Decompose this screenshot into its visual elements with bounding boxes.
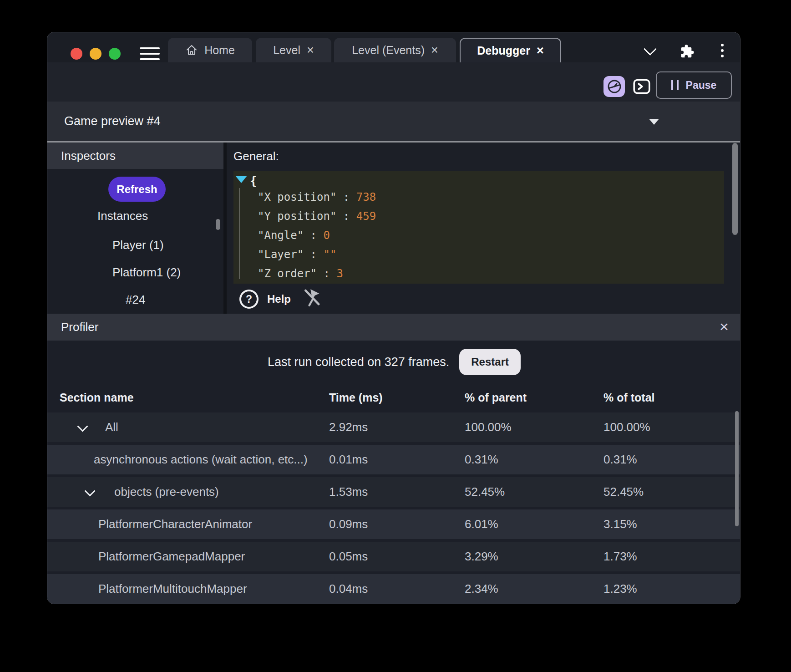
help-link[interactable]: Help: [267, 292, 291, 306]
restart-button[interactable]: Restart: [459, 349, 521, 375]
unpin-icon[interactable]: [302, 287, 321, 307]
row-name: All: [105, 412, 118, 442]
row-pct-parent: 0.31%: [465, 445, 498, 474]
row-pct-parent: 52.45%: [465, 477, 505, 507]
collapse-triangle-icon[interactable]: [235, 176, 247, 183]
tab-label: Level (Events): [352, 44, 425, 57]
console-icon: [633, 79, 650, 94]
tab-debugger[interactable]: Debugger ×: [460, 38, 561, 62]
tab-label: Level: [273, 44, 300, 57]
table-row-objects-pre-events[interactable]: objects (pre-events) 1.53ms 52.45% 52.45…: [47, 477, 740, 507]
row-pct-parent: 100.00%: [465, 412, 512, 442]
home-icon: [185, 44, 198, 56]
row-pct-total: 1.73%: [603, 542, 637, 571]
row-pct-parent: 6.01%: [465, 509, 498, 539]
profiler-panel-header: Profiler: [47, 314, 740, 341]
json-line-layer: "Layer" : "": [258, 245, 376, 264]
tab-label: Home: [204, 44, 235, 57]
profiler-status-row: Last run collected on 327 frames. Restar…: [47, 348, 740, 376]
profiler-title: Profiler: [61, 320, 98, 334]
profiler-status-text: Last run collected on 327 frames.: [268, 355, 449, 369]
row-pct-parent: 3.29%: [465, 542, 498, 571]
expand-chevron-icon[interactable]: [77, 421, 88, 432]
row-name: objects (pre-events): [114, 477, 219, 507]
row-pct-total: 52.45%: [603, 477, 644, 507]
row-pct-total: 0.31%: [603, 445, 637, 474]
table-row-gamepad-mapper[interactable]: PlatformerGamepadMapper 0.05ms 3.29% 1.7…: [47, 542, 740, 571]
tab-level-events[interactable]: Level (Events) ×: [334, 38, 456, 62]
pause-button-label: Pause: [686, 79, 717, 92]
json-open-brace: {: [250, 173, 257, 188]
tree-item-platform1[interactable]: Platform1 (2): [112, 265, 181, 280]
close-window-button[interactable]: [71, 48, 82, 60]
question-mark-glyph: ?: [246, 293, 252, 305]
tree-item-24[interactable]: #24: [126, 292, 145, 307]
kebab-menu-icon[interactable]: [721, 44, 724, 60]
game-preview-title: Game preview #4: [64, 102, 161, 141]
game-preview-header: Game preview #4: [47, 102, 740, 143]
indent-guide: [239, 188, 240, 279]
row-time: 0.04ms: [329, 574, 368, 604]
row-time: 1.53ms: [329, 477, 368, 507]
row-time: 0.01ms: [329, 445, 368, 474]
column-pct-total: % of total: [603, 385, 655, 410]
instance-properties-json: { "X position" : 738 "Y position" : 459 …: [233, 171, 724, 284]
row-time: 0.09ms: [329, 509, 368, 539]
expand-chevron-icon[interactable]: [84, 485, 95, 496]
menu-icon[interactable]: [140, 47, 160, 61]
help-icon[interactable]: ?: [239, 290, 259, 309]
tab-level[interactable]: Level ×: [256, 38, 331, 62]
json-line-x-position: "X position" : 738: [258, 188, 376, 207]
row-name: PlatformerCharacterAnimator: [98, 509, 252, 539]
pause-button[interactable]: Pause: [656, 71, 732, 99]
pause-icon: [671, 80, 679, 90]
json-lines: "X position" : 738 "Y position" : 459 "A…: [258, 188, 376, 283]
table-row-character-animator[interactable]: PlatformerCharacterAnimator 0.09ms 6.01%…: [47, 509, 740, 539]
minimize-window-button[interactable]: [90, 48, 101, 60]
console-button[interactable]: [633, 79, 650, 94]
extensions-puzzle-icon[interactable]: [680, 44, 695, 61]
row-pct-total: 1.23%: [603, 574, 637, 604]
table-row-async-actions[interactable]: asynchronous actions (wait action, etc..…: [47, 445, 740, 474]
profiler-close-icon[interactable]: ×: [713, 314, 735, 341]
general-section-title: General:: [233, 149, 279, 163]
json-line-y-position: "Y position" : 459: [258, 207, 376, 226]
refresh-button[interactable]: Refresh: [108, 177, 166, 202]
inspectors-title: Inspectors: [61, 149, 116, 163]
row-name: asynchronous actions (wait action, etc..…: [94, 445, 308, 474]
row-time: 2.92ms: [329, 412, 368, 442]
zoom-window-button[interactable]: [109, 48, 121, 60]
row-pct-total: 3.15%: [603, 509, 637, 539]
debugger-window: Home Level × Level (Events) × Debugger ×: [47, 32, 740, 604]
row-time: 0.05ms: [329, 542, 368, 571]
profiler-gauge-button[interactable]: [603, 76, 625, 97]
collapse-caret-icon[interactable]: [649, 119, 659, 125]
titlebar: Home Level × Level (Events) × Debugger ×: [47, 32, 740, 62]
table-row-multitouch-mapper[interactable]: PlatformerMultitouchMapper 0.04ms 2.34% …: [47, 574, 740, 604]
json-line-z-order: "Z order" : 3: [258, 264, 376, 283]
tab-home[interactable]: Home: [168, 38, 252, 62]
close-icon[interactable]: ×: [307, 44, 314, 56]
close-icon[interactable]: ×: [431, 44, 438, 56]
profiler-scrollbar-thumb[interactable]: [735, 411, 739, 526]
chevron-down-icon[interactable]: [645, 44, 655, 54]
panel-divider[interactable]: [223, 143, 227, 314]
row-pct-total: 100.00%: [603, 412, 650, 442]
close-icon[interactable]: ×: [537, 45, 544, 57]
inspectors-panel-header: Inspectors: [47, 143, 223, 169]
tree-item-player[interactable]: Player (1): [112, 238, 164, 252]
row-pct-parent: 2.34%: [465, 574, 498, 604]
tree-item-instances[interactable]: Instances: [97, 209, 148, 223]
inspectors-scrollbar-thumb[interactable]: [216, 219, 220, 230]
row-name: PlatformerMultitouchMapper: [98, 574, 247, 604]
general-scrollbar-thumb[interactable]: [732, 143, 738, 235]
json-line-angle: "Angle" : 0: [258, 226, 376, 245]
table-row-all[interactable]: All 2.92ms 100.00% 100.00%: [47, 412, 740, 442]
row-name: PlatformerGamepadMapper: [98, 542, 245, 571]
tab-label: Debugger: [477, 44, 530, 57]
column-time: Time (ms): [329, 385, 383, 410]
column-section-name: Section name: [60, 385, 134, 410]
gauge-icon: [607, 79, 622, 94]
column-pct-parent: % of parent: [465, 385, 527, 410]
